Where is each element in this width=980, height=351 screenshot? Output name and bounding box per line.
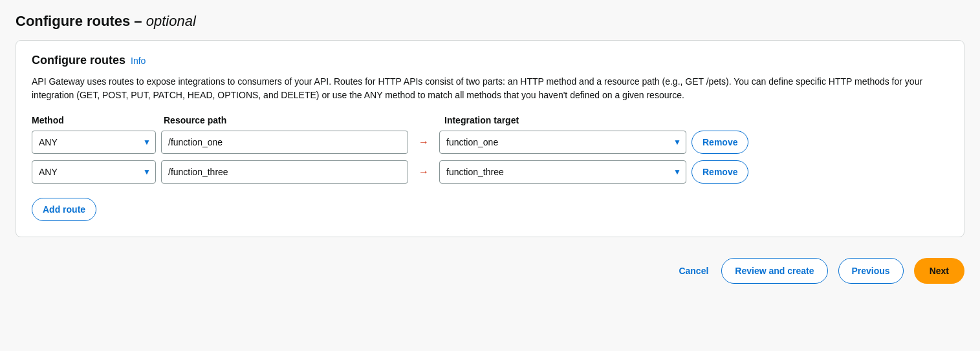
page-title: Configure routes – optional xyxy=(16,13,964,30)
previous-button[interactable]: Previous xyxy=(838,258,904,284)
column-headers: Method Resource path Integration target xyxy=(32,115,948,125)
arrow-separator-2: → xyxy=(419,166,429,178)
method-select-wrapper-2: ANY GET POST PUT PATCH DELETE HEAD OPTIO… xyxy=(32,160,156,184)
integration-target-column-header: Integration target xyxy=(444,115,519,125)
card-title: Configure routes xyxy=(32,54,125,67)
remove-button-2[interactable]: Remove xyxy=(691,160,748,184)
integration-select-1[interactable]: function_one function_three xyxy=(439,131,686,154)
method-select-2[interactable]: ANY GET POST PUT PATCH DELETE HEAD OPTIO… xyxy=(32,160,156,184)
route-row-1: ANY GET POST PUT PATCH DELETE HEAD OPTIO… xyxy=(32,131,948,154)
info-link[interactable]: Info xyxy=(131,56,146,66)
resource-path-input-1[interactable] xyxy=(161,131,408,154)
resource-path-input-2[interactable] xyxy=(161,160,408,184)
resource-path-column-header: Resource path xyxy=(164,115,416,125)
method-column-header: Method xyxy=(32,115,161,125)
card-description: API Gateway uses routes to expose integr… xyxy=(32,75,937,102)
integration-select-2[interactable]: function_three function_one xyxy=(439,160,686,184)
next-button[interactable]: Next xyxy=(914,258,964,284)
integration-select-wrapper-1: function_one function_three ▼ xyxy=(439,131,686,154)
method-select-wrapper-1: ANY GET POST PUT PATCH DELETE HEAD OPTIO… xyxy=(32,131,156,154)
remove-button-1[interactable]: Remove xyxy=(691,131,748,154)
configure-routes-card: Configure routes Info API Gateway uses r… xyxy=(16,40,964,237)
add-route-button[interactable]: Add route xyxy=(32,198,96,221)
route-row-2: ANY GET POST PUT PATCH DELETE HEAD OPTIO… xyxy=(32,160,948,184)
integration-select-wrapper-2: function_three function_one ▼ xyxy=(439,160,686,184)
card-header: Configure routes Info xyxy=(32,54,948,67)
cancel-button[interactable]: Cancel xyxy=(676,266,711,276)
method-select-1[interactable]: ANY GET POST PUT PATCH DELETE HEAD OPTIO… xyxy=(32,131,156,154)
bottom-bar: Cancel Review and create Previous Next xyxy=(16,250,964,284)
arrow-separator-1: → xyxy=(419,136,429,148)
review-and-create-button[interactable]: Review and create xyxy=(721,258,827,284)
